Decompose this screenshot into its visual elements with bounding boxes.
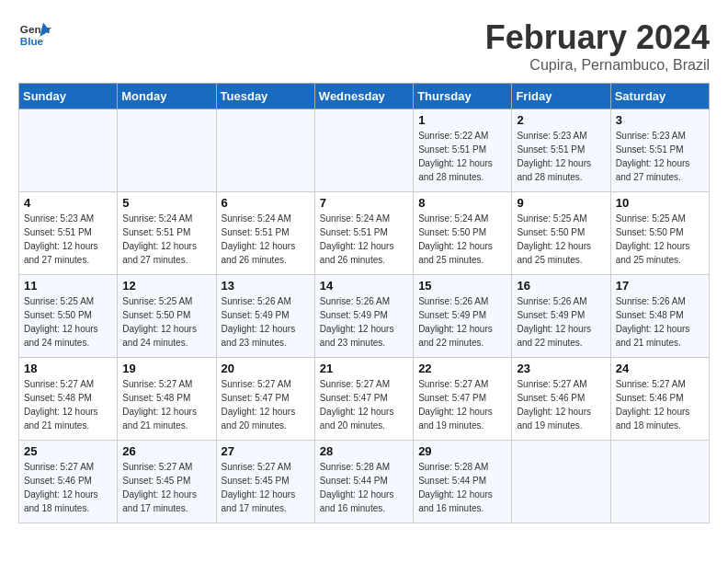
calendar-week-1: 1Sunrise: 5:22 AMSunset: 5:51 PMDaylight… bbox=[19, 109, 710, 192]
calendar-cell: 12Sunrise: 5:25 AMSunset: 5:50 PMDayligh… bbox=[118, 275, 216, 358]
day-detail: Sunrise: 5:24 AMSunset: 5:50 PMDaylight:… bbox=[418, 212, 506, 267]
day-number: 23 bbox=[517, 362, 605, 375]
day-number: 25 bbox=[24, 444, 112, 458]
day-detail: Sunrise: 5:27 AMSunset: 5:46 PMDaylight:… bbox=[24, 460, 112, 515]
calendar-week-2: 4Sunrise: 5:23 AMSunset: 5:51 PMDaylight… bbox=[19, 192, 710, 275]
day-detail: Sunrise: 5:27 AMSunset: 5:47 PMDaylight:… bbox=[418, 377, 506, 432]
day-number: 16 bbox=[517, 279, 605, 293]
page-header: General Blue General Blue February 2024 … bbox=[18, 18, 710, 74]
day-detail: Sunrise: 5:27 AMSunset: 5:47 PMDaylight:… bbox=[222, 377, 310, 432]
location-subtitle: Cupira, Pernambuco, Brazil bbox=[485, 57, 710, 74]
calendar-cell: 24Sunrise: 5:27 AMSunset: 5:46 PMDayligh… bbox=[610, 358, 709, 441]
day-number: 27 bbox=[222, 444, 310, 458]
day-detail: Sunrise: 5:26 AMSunset: 5:49 PMDaylight:… bbox=[517, 294, 605, 350]
day-number: 5 bbox=[122, 196, 210, 210]
day-detail: Sunrise: 5:27 AMSunset: 5:46 PMDaylight:… bbox=[616, 377, 704, 432]
calendar-cell: 16Sunrise: 5:26 AMSunset: 5:49 PMDayligh… bbox=[512, 275, 610, 358]
day-number: 19 bbox=[122, 362, 210, 375]
day-detail: Sunrise: 5:23 AMSunset: 5:51 PMDaylight:… bbox=[517, 129, 605, 184]
day-number: 12 bbox=[122, 279, 210, 293]
calendar-cell: 5Sunrise: 5:24 AMSunset: 5:51 PMDaylight… bbox=[118, 192, 216, 275]
calendar-cell: 8Sunrise: 5:24 AMSunset: 5:50 PMDaylight… bbox=[414, 192, 512, 275]
calendar-week-5: 25Sunrise: 5:27 AMSunset: 5:46 PMDayligh… bbox=[19, 441, 710, 523]
day-detail: Sunrise: 5:25 AMSunset: 5:50 PMDaylight:… bbox=[616, 212, 704, 267]
day-detail: Sunrise: 5:23 AMSunset: 5:51 PMDaylight:… bbox=[24, 212, 112, 267]
calendar-cell bbox=[216, 109, 314, 192]
weekday-header-tuesday: Tuesday bbox=[216, 84, 314, 109]
day-number: 14 bbox=[320, 279, 408, 293]
calendar-cell: 28Sunrise: 5:28 AMSunset: 5:44 PMDayligh… bbox=[314, 441, 413, 523]
day-number: 6 bbox=[222, 196, 310, 210]
calendar-cell: 13Sunrise: 5:26 AMSunset: 5:49 PMDayligh… bbox=[216, 275, 314, 358]
weekday-header-saturday: Saturday bbox=[610, 84, 709, 109]
calendar-week-3: 11Sunrise: 5:25 AMSunset: 5:50 PMDayligh… bbox=[19, 275, 710, 358]
calendar-cell: 15Sunrise: 5:26 AMSunset: 5:49 PMDayligh… bbox=[414, 275, 512, 358]
day-detail: Sunrise: 5:28 AMSunset: 5:44 PMDaylight:… bbox=[418, 460, 506, 515]
weekday-header-monday: Monday bbox=[118, 84, 216, 109]
calendar-cell: 20Sunrise: 5:27 AMSunset: 5:47 PMDayligh… bbox=[216, 358, 314, 441]
calendar-week-4: 18Sunrise: 5:27 AMSunset: 5:48 PMDayligh… bbox=[19, 358, 710, 441]
calendar-cell: 4Sunrise: 5:23 AMSunset: 5:51 PMDaylight… bbox=[19, 192, 118, 275]
day-detail: Sunrise: 5:24 AMSunset: 5:51 PMDaylight:… bbox=[320, 212, 408, 267]
day-number: 11 bbox=[24, 279, 112, 293]
day-number: 28 bbox=[320, 444, 408, 458]
calendar-cell: 7Sunrise: 5:24 AMSunset: 5:51 PMDaylight… bbox=[314, 192, 413, 275]
day-detail: Sunrise: 5:27 AMSunset: 5:45 PMDaylight:… bbox=[122, 460, 210, 515]
day-number: 3 bbox=[616, 113, 704, 127]
calendar-cell bbox=[118, 109, 216, 192]
calendar-cell: 9Sunrise: 5:25 AMSunset: 5:50 PMDaylight… bbox=[512, 192, 610, 275]
day-detail: Sunrise: 5:27 AMSunset: 5:46 PMDaylight:… bbox=[517, 377, 605, 432]
day-detail: Sunrise: 5:22 AMSunset: 5:51 PMDaylight:… bbox=[418, 129, 506, 184]
svg-text:Blue: Blue bbox=[20, 35, 44, 47]
calendar-cell: 29Sunrise: 5:28 AMSunset: 5:44 PMDayligh… bbox=[414, 441, 512, 523]
day-number: 21 bbox=[320, 362, 408, 375]
day-detail: Sunrise: 5:25 AMSunset: 5:50 PMDaylight:… bbox=[517, 212, 605, 267]
day-number: 17 bbox=[616, 279, 704, 293]
day-number: 10 bbox=[616, 196, 704, 210]
day-detail: Sunrise: 5:26 AMSunset: 5:49 PMDaylight:… bbox=[320, 294, 408, 350]
calendar-cell: 19Sunrise: 5:27 AMSunset: 5:48 PMDayligh… bbox=[118, 358, 216, 441]
calendar-cell: 23Sunrise: 5:27 AMSunset: 5:46 PMDayligh… bbox=[512, 358, 610, 441]
day-detail: Sunrise: 5:26 AMSunset: 5:48 PMDaylight:… bbox=[616, 294, 704, 350]
month-title: February 2024 bbox=[485, 18, 710, 57]
calendar-header-row: SundayMondayTuesdayWednesdayThursdayFrid… bbox=[19, 84, 710, 109]
day-number: 20 bbox=[222, 362, 310, 375]
day-detail: Sunrise: 5:26 AMSunset: 5:49 PMDaylight:… bbox=[222, 294, 310, 350]
day-detail: Sunrise: 5:25 AMSunset: 5:50 PMDaylight:… bbox=[24, 294, 112, 350]
calendar-cell: 21Sunrise: 5:27 AMSunset: 5:47 PMDayligh… bbox=[314, 358, 413, 441]
day-detail: Sunrise: 5:25 AMSunset: 5:50 PMDaylight:… bbox=[122, 294, 210, 350]
day-number: 22 bbox=[418, 362, 506, 375]
calendar-cell: 26Sunrise: 5:27 AMSunset: 5:45 PMDayligh… bbox=[118, 441, 216, 523]
day-detail: Sunrise: 5:24 AMSunset: 5:51 PMDaylight:… bbox=[222, 212, 310, 267]
day-number: 13 bbox=[222, 279, 310, 293]
day-detail: Sunrise: 5:27 AMSunset: 5:45 PMDaylight:… bbox=[222, 460, 310, 515]
calendar-cell: 27Sunrise: 5:27 AMSunset: 5:45 PMDayligh… bbox=[216, 441, 314, 523]
calendar-cell: 2Sunrise: 5:23 AMSunset: 5:51 PMDaylight… bbox=[512, 109, 610, 192]
weekday-header-sunday: Sunday bbox=[19, 84, 118, 109]
calendar-cell bbox=[19, 109, 118, 192]
day-detail: Sunrise: 5:26 AMSunset: 5:49 PMDaylight:… bbox=[418, 294, 506, 350]
day-number: 1 bbox=[418, 113, 506, 127]
calendar-table: SundayMondayTuesdayWednesdayThursdayFrid… bbox=[18, 83, 710, 523]
day-number: 26 bbox=[122, 444, 210, 458]
calendar-cell bbox=[314, 109, 413, 192]
day-number: 29 bbox=[418, 444, 506, 458]
day-number: 2 bbox=[517, 113, 605, 127]
calendar-cell: 11Sunrise: 5:25 AMSunset: 5:50 PMDayligh… bbox=[19, 275, 118, 358]
calendar-cell: 14Sunrise: 5:26 AMSunset: 5:49 PMDayligh… bbox=[314, 275, 413, 358]
title-area: February 2024 Cupira, Pernambuco, Brazil bbox=[485, 18, 710, 74]
day-number: 15 bbox=[418, 279, 506, 293]
day-number: 18 bbox=[24, 362, 112, 375]
day-detail: Sunrise: 5:23 AMSunset: 5:51 PMDaylight:… bbox=[616, 129, 704, 184]
calendar-cell bbox=[512, 441, 610, 523]
logo: General Blue General Blue bbox=[18, 18, 51, 52]
weekday-header-wednesday: Wednesday bbox=[314, 84, 413, 109]
day-number: 8 bbox=[418, 196, 506, 210]
weekday-header-thursday: Thursday bbox=[414, 84, 512, 109]
day-detail: Sunrise: 5:27 AMSunset: 5:47 PMDaylight:… bbox=[320, 377, 408, 432]
day-number: 7 bbox=[320, 196, 408, 210]
calendar-cell: 3Sunrise: 5:23 AMSunset: 5:51 PMDaylight… bbox=[610, 109, 709, 192]
calendar-cell: 1Sunrise: 5:22 AMSunset: 5:51 PMDaylight… bbox=[414, 109, 512, 192]
day-detail: Sunrise: 5:24 AMSunset: 5:51 PMDaylight:… bbox=[122, 212, 210, 267]
day-detail: Sunrise: 5:27 AMSunset: 5:48 PMDaylight:… bbox=[24, 377, 112, 432]
